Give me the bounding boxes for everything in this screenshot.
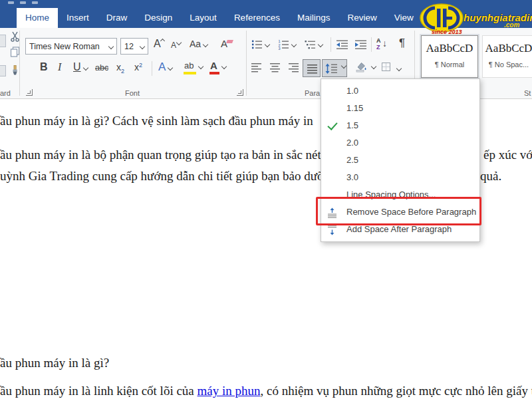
highlight-letters: ab [184,61,194,70]
line-spacing-button[interactable] [322,59,347,77]
chevron-down-icon [221,64,227,69]
tab-home[interactable]: Home [17,8,58,28]
justify-button[interactable] [303,59,321,77]
clear-formatting-letter: A [221,38,227,49]
menu-item-label: 2.0 [346,138,358,148]
hyperlink-may-in-phun[interactable]: máy in phun [198,384,261,398]
shrink-font-button[interactable]: A [171,41,181,50]
bold-button[interactable]: B [40,61,48,73]
font-dialog-launcher-icon[interactable] [237,89,243,96]
italic-button[interactable]: I [58,61,61,73]
paint-bucket-icon [354,61,367,73]
menu-item-label: 1.5 [346,120,358,130]
chevron-down-icon [168,65,173,70]
font-name-combobox[interactable]: Times New Roman [25,38,117,55]
font-name-value: Times New Roman [29,42,106,51]
decrease-indent-button[interactable] [336,39,348,53]
show-hide-pilcrow-button[interactable]: ¶ [399,37,405,50]
align-right-button[interactable] [288,62,299,75]
arrow-down-icon: ↓ [382,38,387,49]
quick-access-icon[interactable] [32,1,38,4]
menu-item-label: Line Spacing Options... [346,190,436,200]
sort-letter-a: A [376,38,381,44]
text-highlight-button[interactable]: ab [184,61,203,70]
line-spacing-icon [325,63,338,74]
chevron-down-icon [396,66,402,71]
line-spacing-menu: 1.0 1.15 1.5 2.0 2.5 3.0 Line Spacing Op… [321,78,480,242]
superscript-button[interactable]: x2 [134,62,142,72]
bullet-list-icon [251,39,263,50]
tab-draw[interactable]: Draw [98,8,136,28]
style-normal[interactable]: AaBbCcD ¶ Normal [421,35,478,78]
clear-formatting-button[interactable]: A [221,38,227,49]
chevron-down-icon [341,63,346,68]
cut-button[interactable] [10,31,20,45]
paste-options-icon[interactable] [0,65,6,76]
multilevel-list-button[interactable] [305,39,323,53]
align-left-button[interactable] [251,62,262,75]
menu-item-label: Remove Space Before Paragraph [346,207,476,217]
numbered-list-icon: 1 2 3 [278,39,289,50]
multilevel-list-icon [305,39,316,50]
doc-line-5-post: , có nhiệm vụ phun những giọt mực cực nh… [261,384,532,398]
font-size-value: 12 [124,42,138,51]
style-name: ¶ Normal [422,61,477,68]
subscript-base: x [116,62,121,72]
bullets-button[interactable] [251,39,269,53]
menu-item-remove-space-before-paragraph[interactable]: Remove Space Before Paragraph [321,203,479,221]
font-color-bar [209,72,219,74]
tab-mailings[interactable]: Mailings [289,8,339,28]
shading-button[interactable] [354,61,374,76]
style-sample-text: AaBbCcD [422,42,477,55]
increase-indent-button[interactable] [354,39,367,53]
menu-item-1.5[interactable]: 1.5 [321,117,479,134]
tab-review[interactable]: Review [338,8,385,28]
menu-item-1.0[interactable]: 1.0 [321,82,479,100]
menu-item-3.0[interactable]: 3.0 [321,169,479,186]
font-size-combobox[interactable]: 12 [120,38,148,55]
align-left-icon [251,62,262,72]
subscript-button[interactable]: x2 [116,62,124,74]
underline-button[interactable]: U [73,61,88,73]
align-right-icon [288,62,299,72]
format-painter-button[interactable] [10,65,20,79]
copy-button[interactable] [10,47,20,60]
word-window: Home Insert Draw Design Layout Reference… [0,0,532,399]
tab-insert[interactable]: Insert [58,8,98,28]
menu-item-label: Add Space After Paragraph [346,224,452,234]
tab-layout[interactable]: Layout [181,8,225,28]
quick-access-icon[interactable] [8,1,14,4]
font-color-button[interactable]: A [210,60,226,71]
style-no-spacing[interactable]: AaBbCcD ¶ No Spac... [482,35,532,78]
tab-view[interactable]: View [386,8,422,28]
menu-item-2.5[interactable]: 2.5 [321,152,479,169]
change-case-letters: Aa [190,39,201,49]
decrease-indent-icon [336,39,348,50]
menu-item-1.15[interactable]: 1.15 [321,100,479,117]
align-center-button[interactable] [269,62,281,75]
menu-item-label: 1.0 [346,86,358,96]
eraser-icon [226,40,233,43]
increase-indent-icon [354,39,367,50]
quick-access-icon[interactable] [20,1,26,4]
numbering-button[interactable]: 1 2 3 [278,39,296,53]
tab-references[interactable]: References [225,8,289,28]
tab-design[interactable]: Design [136,8,181,28]
menu-item-add-space-after-paragraph[interactable]: Add Space After Paragraph [321,221,479,238]
doc-line-2: ầu phun máy in là bộ phận quan trọng giú… [0,148,331,162]
menu-item-line-spacing-options[interactable]: Line Spacing Options... [321,186,479,203]
menu-item-2.0[interactable]: 2.0 [321,134,479,152]
clipboard-dialog-launcher-icon[interactable] [26,89,33,96]
scissors-icon [10,31,20,42]
borders-button[interactable] [382,63,390,71]
grow-font-button[interactable]: A [154,38,164,50]
check-icon [327,120,337,130]
strikethrough-button[interactable]: abc [95,63,108,72]
paste-icon[interactable] [0,35,6,47]
chevron-down-icon [82,65,88,70]
chevron-down-icon [108,43,114,49]
text-effects-button[interactable]: A [158,61,172,74]
change-case-button[interactable]: Aa [190,39,207,49]
doc-line-5-pre: ầu phun máy in là linh kiện cốt lõi của [0,384,198,398]
subscript-number: 2 [121,68,124,74]
